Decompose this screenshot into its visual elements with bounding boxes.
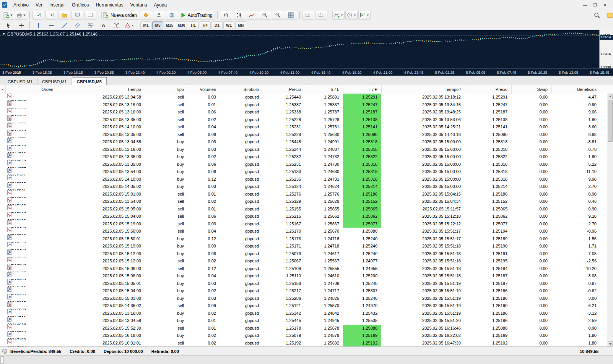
templates-dropdown-caret[interactable] (367, 15, 369, 17)
table-row[interactable]: 982446192025.02.05 13:04:58buy0.03gbpusd… (0, 138, 607, 146)
table-row[interactable]: 982461482025.02.05 15:05:00sell0.01gbpus… (0, 205, 607, 213)
table-row[interactable]: 982467692025.02.05 15:50:00sell0.04gbpus… (0, 228, 607, 235)
new-chart-button[interactable] (2, 11, 14, 20)
auto-scroll-button[interactable] (302, 11, 314, 20)
table-row[interactable]: 982451612025.02.05 13:54:00buy0.06gbpusd… (0, 168, 607, 176)
scroll-up-button[interactable] (608, 94, 613, 99)
search-button[interactable] (591, 11, 603, 20)
fibonacci-tool-button[interactable] (84, 21, 96, 30)
menu-herramientas[interactable]: Herramientas (92, 2, 127, 8)
shapes-tool-button[interactable] (123, 21, 135, 30)
data-window-button[interactable] (45, 11, 57, 20)
metaeditor-button[interactable] (140, 11, 152, 20)
tile-windows-button[interactable] (285, 11, 297, 20)
timeframe-m15[interactable]: M15 (164, 21, 175, 29)
trendline-tool-button[interactable] (58, 21, 70, 30)
new-chart-dropdown-caret[interactable] (10, 15, 13, 17)
table-row[interactable]: 982455212025.02.05 14:35:02buy0.03gbpusd… (0, 183, 607, 191)
col-header-sl[interactable]: S / L (305, 85, 343, 94)
col-header-tp[interactable]: T / P (343, 85, 381, 94)
menu-ventana[interactable]: Ventana (127, 2, 150, 8)
col-header-tiempo-cierre[interactable]: Tiempo/ (381, 85, 465, 94)
horizontal-line-tool-button[interactable] (45, 21, 57, 30)
minimize-button[interactable]: — (581, 2, 589, 8)
timeframe-h1[interactable]: H1 (188, 21, 199, 29)
table-row[interactable]: 982464372025.02.05 15:19:00buy0.09gbpusd… (0, 243, 607, 250)
table-row[interactable]: 982451602025.02.05 13:54:00sell0.02gbpus… (0, 198, 607, 205)
chart-templates-button[interactable] (358, 11, 371, 20)
col-header-tiempo[interactable]: Tiempo (57, 85, 145, 94)
timeframe-w1[interactable]: W1 (223, 21, 234, 29)
table-row[interactable]: 982446182025.02.05 13:04:58buy0.01gbpusd… (0, 317, 607, 325)
menu-ayuda[interactable]: Ayuda (150, 2, 170, 8)
table-row[interactable]: 982461522025.02.05 15:05:01buy0.03gbpusd… (0, 280, 607, 288)
channel-tool-button[interactable] (71, 21, 83, 30)
corner-grip[interactable] (0, 356, 4, 364)
table-row[interactable]: 982463062025.02.05 15:12:00buy0.06gbpusd… (0, 250, 607, 258)
table-row[interactable]: 982459692025.02.05 15:01:00sell0.01gbpus… (0, 191, 607, 198)
indicators-dropdown-caret[interactable] (341, 15, 343, 17)
periods-button[interactable] (345, 11, 358, 20)
col-header-volumen[interactable]: Volumen (188, 85, 220, 94)
line-chart-mode-button[interactable] (246, 11, 258, 20)
indicators-button[interactable] (332, 11, 345, 20)
chart-tab-0[interactable]: GBPUSD,M1 (3, 78, 37, 86)
timeframe-m30[interactable]: M30 (176, 21, 187, 29)
chart-tab-1[interactable]: GBPUSD,M1 (37, 78, 72, 86)
bar-chart-mode-button[interactable] (220, 11, 232, 20)
col-header-swap[interactable]: Swap (511, 85, 551, 94)
table-row[interactable]: 982447232025.02.05 13:16:00buy0.03gbpusd… (0, 146, 607, 154)
nueva-orden-button[interactable]: Nueva orden (101, 11, 139, 20)
table-row[interactable]: 982453152025.02.05 14:10:00buy0.12gbpusd… (0, 176, 607, 183)
table-row[interactable]: 982467732025.02.05 15:50:01buy0.12gbpusd… (0, 235, 607, 243)
col-header-simbolo[interactable]: Símbolo (220, 85, 263, 94)
timeframe-d1[interactable]: D1 (211, 21, 223, 29)
table-row[interactable]: 982459852025.02.05 15:01:00buy0.03gbpusd… (0, 295, 607, 303)
col-header-orden[interactable]: Orden (5, 85, 57, 94)
scroll-down-button[interactable] (608, 341, 613, 347)
menu-graficos[interactable]: Gráficos (68, 2, 93, 8)
community-globe-button[interactable] (166, 11, 178, 20)
templates-folder-button[interactable] (58, 11, 70, 20)
table-row[interactable]: 982463002025.02.05 15:12:00sell0.02gbpus… (0, 257, 607, 265)
scrollbar-thumb[interactable] (608, 100, 613, 142)
timeframe-m5[interactable]: M5 (152, 21, 163, 29)
table-row[interactable]: 982447242025.02.05 13:16:00sell0.06gbpus… (0, 108, 607, 116)
price-axis[interactable]: 1.25251.24161.2330 1.2514 (599, 30, 613, 68)
table-row[interactable]: 982447202025.02.05 13:16:00sell0.01gbpus… (0, 101, 607, 109)
shapes-dropdown-caret[interactable] (132, 25, 134, 28)
menu-archivo[interactable]: Archivo (10, 2, 32, 8)
profiles-dropdown-caret[interactable] (23, 15, 26, 17)
col-header-beneficios[interactable]: Beneficios (551, 85, 600, 94)
periods-dropdown-caret[interactable] (354, 15, 356, 17)
table-row[interactable]: 982461292025.02.05 15:04:00sell0.06gbpus… (0, 213, 607, 220)
close-panel-button[interactable]: × (0, 85, 5, 94)
timeframe-mn[interactable]: MN (235, 21, 246, 29)
cursor-tool-button[interactable] (2, 21, 14, 30)
zoom-in-button[interactable] (259, 11, 271, 20)
market-watch-button[interactable] (32, 11, 44, 20)
table-row[interactable]: 982467942025.02.05 15:52:30sell0.01gbpus… (0, 325, 607, 332)
table-row[interactable]: 982455222025.02.05 14:35:02sell0.09gbpus… (0, 302, 607, 310)
table-scrollbar[interactable] (607, 94, 613, 347)
col-header-precio[interactable]: Precio (263, 85, 305, 94)
timeframe-m1[interactable]: M1 (140, 21, 151, 29)
table-row[interactable]: 982471522025.02.05 16:18:00buy0.02gbpusd… (0, 332, 607, 340)
expert-advisors-button[interactable] (153, 11, 165, 20)
profiles-button[interactable] (15, 11, 27, 20)
table-row[interactable]: 982449732025.02.05 13:35:00sell0.02gbpus… (0, 116, 607, 124)
toolbar-overflow-button[interactable] (604, 11, 613, 20)
table-row[interactable]: 982472742025.02.05 16:31:01sell0.02gbpus… (0, 340, 607, 347)
table-row[interactable]: 982464302025.02.05 15:19:00sell0.03gbpus… (0, 220, 607, 228)
time-axis[interactable]: 3 Feb 20253 Feb 15:353 Feb 18:153 Feb 20… (0, 68, 613, 76)
timeframe-h4[interactable]: H4 (200, 21, 211, 29)
table-row[interactable]: 982461832025.02.05 15:06:00buy0.04gbpusd… (0, 272, 607, 280)
restore-button[interactable]: ❐ (591, 2, 599, 8)
col-header-precio-cierre[interactable]: Precio (465, 85, 511, 94)
crosshair-tool-button[interactable] (15, 21, 27, 30)
candlestick-mode-button[interactable] (233, 11, 245, 20)
vertical-line-tool-button[interactable] (32, 21, 44, 30)
navigator-button[interactable] (71, 11, 83, 20)
close-window-button[interactable]: ✕ (601, 2, 609, 8)
text-label-tool-button[interactable]: T (110, 21, 122, 30)
